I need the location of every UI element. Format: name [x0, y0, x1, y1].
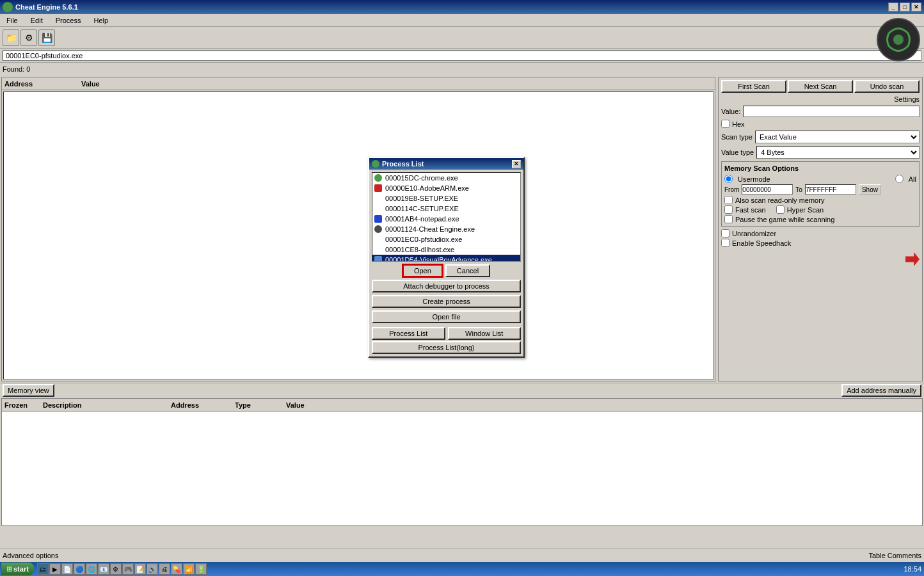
taskbar-icon-1[interactable]: 🗂	[37, 563, 49, 575]
process-item-chrome[interactable]: 000015DC-chrome.exe	[372, 173, 520, 183]
vba-icon	[374, 255, 383, 262]
taskbar-icon-7[interactable]: ⚙	[110, 563, 122, 575]
value-type-row: Value type 4 Bytes 1 Byte 2 Bytes 8 Byte…	[721, 146, 920, 159]
taskbar-right: 18:54	[901, 565, 924, 573]
minimize-btn[interactable]: _	[888, 3, 898, 12]
close-btn[interactable]: ✕	[911, 3, 921, 12]
process-item-notepad[interactable]: 00001AB4-notepad.exe	[372, 214, 520, 224]
pause-checkbox[interactable]	[724, 215, 733, 223]
col-addr-header: Address	[171, 401, 235, 409]
to-input[interactable]	[805, 184, 856, 195]
process-listbox[interactable]: 000015DC-chrome.exe 00000E10-AdobeARM.ex…	[372, 172, 521, 262]
window-list-btn[interactable]: Window List	[448, 327, 522, 340]
toolbar-open-btn[interactable]: 📁	[3, 29, 19, 46]
taskbar-icon-2[interactable]: ▶	[49, 563, 61, 575]
process-item-adobearm[interactable]: 00000E10-AdobeARM.exe	[372, 183, 520, 193]
value-type-label: Value type	[721, 148, 754, 156]
taskbar-icon-10[interactable]: 🔊	[147, 563, 158, 575]
col-address-header: Address	[4, 80, 81, 88]
scan-type-row: Scan type Exact Value Bigger than... Sma…	[721, 131, 920, 143]
menu-edit[interactable]: Edit	[27, 15, 47, 26]
dialog-close-btn[interactable]: ✕	[512, 160, 521, 168]
process-list-long-btn[interactable]: Process List(long)	[372, 341, 521, 354]
menu-file[interactable]: File	[3, 15, 22, 26]
process-item-setup1[interactable]: 000019E8-SETUP.EXE	[372, 193, 520, 204]
from-input[interactable]	[742, 184, 793, 195]
memory-view-btn[interactable]: Memory view	[3, 384, 54, 397]
taskbar-icon-3[interactable]: 📄	[61, 563, 73, 575]
value-type-select[interactable]: 4 Bytes 1 Byte 2 Bytes 8 Bytes Float Dou…	[756, 146, 920, 159]
found-bar: Found: 0	[0, 63, 924, 76]
start-button[interactable]: ⊞ start	[1, 563, 34, 575]
dialog-title-text: Process List	[382, 160, 424, 168]
all-radio[interactable]	[895, 175, 904, 183]
scan-type-select[interactable]: Exact Value Bigger than... Smaller than.…	[755, 131, 920, 143]
settings-btn[interactable]: Settings	[894, 95, 920, 103]
menu-help[interactable]: Help	[90, 15, 112, 26]
taskbar-icon-8[interactable]: 🎮	[122, 563, 134, 575]
hyper-scan-label: Hyper Scan	[787, 206, 824, 214]
taskbar-icon-6[interactable]: 📧	[98, 563, 109, 575]
toolbar: 📁 ⚙ 💾	[0, 27, 924, 49]
show-btn[interactable]: Show	[859, 184, 881, 195]
title-bar-controls[interactable]: _ □ ✕	[888, 3, 921, 12]
process-item-setup2[interactable]: 0000114C-SETUP.EXE	[372, 204, 520, 214]
cheatengine-icon	[374, 225, 383, 234]
also-scan-label: Also scan read-only memory	[735, 196, 824, 204]
col-frozen-header: Frozen	[4, 401, 43, 409]
ce-logo-area	[873, 14, 924, 65]
menu-process[interactable]: Process	[52, 15, 85, 26]
enable-speedhack-checkbox[interactable]	[721, 239, 729, 247]
memory-mode-row: Usermode	[724, 175, 881, 183]
taskbar-icon-4[interactable]: 🔵	[74, 563, 85, 575]
app-icon	[3, 2, 13, 12]
taskbar-icon-9[interactable]: 📝	[134, 563, 146, 575]
add-address-btn[interactable]: Add address manually	[841, 384, 921, 397]
all-mode-row: All	[895, 175, 916, 183]
also-scan-checkbox[interactable]	[724, 196, 733, 204]
taskbar-icon-13[interactable]: 📶	[183, 563, 195, 575]
fast-scan-checkbox[interactable]	[724, 205, 733, 214]
process-item-dllhost[interactable]: 00001CE8-dllhost.exe	[372, 244, 520, 255]
taskbar-icon-5[interactable]: 🌐	[86, 563, 97, 575]
memory-scan-section: Memory Scan Options Usermode From To Sho…	[721, 161, 920, 227]
address-table: Frozen Description Address Type Value	[1, 398, 923, 526]
hex-checkbox[interactable]	[721, 120, 729, 128]
value-label: Value:	[721, 108, 740, 115]
clock: 18:54	[904, 565, 921, 573]
value-input[interactable]	[743, 106, 920, 117]
dialog-cancel-btn[interactable]: Cancel	[445, 264, 490, 277]
process-name: 00001EC0-pfstudiox.exe	[3, 51, 921, 61]
process-item-vba[interactable]: 00001D54-VisualBoyAdvance.exe	[372, 255, 520, 262]
process-list-btn[interactable]: Process List	[372, 327, 445, 340]
toolbar-settings-btn[interactable]: ⚙	[20, 29, 37, 46]
unrandomizer-label: Unrandomizer	[732, 230, 776, 237]
taskbar-icon-11[interactable]: 🖨	[159, 563, 170, 575]
maximize-btn[interactable]: □	[900, 3, 910, 12]
taskbar: ⊞ start 🗂 ▶ 📄 🔵 🌐 📧 ⚙ 🎮 📝 🔊 🖨 💊 📶 🔋 18:5…	[0, 562, 924, 576]
process-item-cheatengine[interactable]: 00001124-Cheat Engine.exe	[372, 224, 520, 234]
dialog-open-btn[interactable]: Open	[402, 264, 443, 277]
undo-scan-btn[interactable]: Undo scan	[854, 80, 920, 93]
usermode-label: Usermode	[738, 175, 770, 183]
usermode-radio[interactable]	[724, 175, 733, 183]
process-bar: 00001EC0-pfstudiox.exe	[0, 49, 924, 63]
fast-scan-label: Fast scan	[735, 206, 766, 214]
unrandomizer-checkbox[interactable]	[721, 229, 729, 237]
taskbar-icon-12[interactable]: 💊	[171, 563, 182, 575]
dialog-open-cancel-row: Open Cancel	[372, 264, 521, 277]
hyper-scan-checkbox[interactable]	[776, 205, 785, 214]
right-checkboxes: Unrandomizer Enable Speedhack	[721, 229, 920, 247]
taskbar-icon-14[interactable]: 🔋	[195, 563, 207, 575]
start-label: start	[13, 565, 29, 573]
next-scan-btn[interactable]: Next Scan	[788, 80, 853, 93]
adobearm-icon	[374, 184, 383, 193]
toolbar-save-btn[interactable]: 💾	[38, 29, 55, 46]
attach-debugger-btn[interactable]: Attach debugger to process	[372, 280, 521, 292]
bottom-col-header: Frozen Description Address Type Value	[2, 399, 922, 412]
open-file-btn[interactable]: Open file	[372, 310, 521, 323]
create-process-btn[interactable]: Create process	[372, 295, 521, 308]
first-scan-btn[interactable]: First Scan	[721, 80, 786, 93]
dialog-body: 000015DC-chrome.exe 00000E10-AdobeARM.ex…	[369, 170, 523, 356]
process-item-pfstudiox[interactable]: 00001EC0-pfstudiox.exe	[372, 234, 520, 244]
